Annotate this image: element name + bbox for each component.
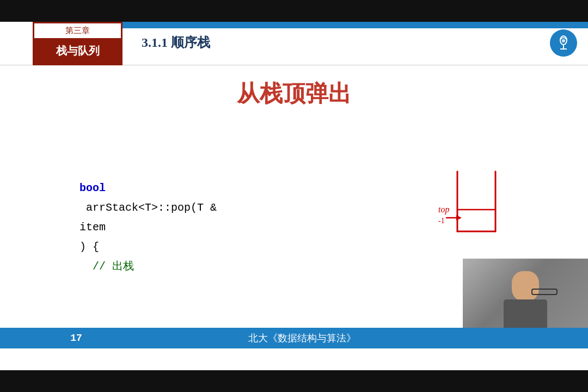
logo-icon [550,29,577,57]
svg-text:top: top [438,205,449,215]
chapter-title: 栈与队列 [34,38,121,64]
status-title: 北大《数据结构与算法》 [152,332,452,345]
svg-point-3 [562,39,565,42]
kw-bool: bool [79,182,106,194]
svg-text:-1: -1 [438,217,445,225]
cmt-pop: // 出栈 [79,260,134,273]
pku-logo-svg [554,34,573,52]
stack-diagram: top -1 [436,150,523,270]
slide-container: 第三章 栈与队列 3.1.1 顺序栈 从栈顶弹出 [0,22,588,370]
person-glasses [531,289,558,295]
section-title: 3.1.1 顺序栈 [142,34,210,51]
header-blue-bar [122,22,588,28]
code-block: bool arrStack<T>::pop(T & item ) { // 出栈… [27,120,223,392]
param-item: item [79,221,106,234]
page-number: 17 [0,333,152,344]
slide-content: 从栈顶弹出 bool arrStack<T>::pop(T & item ) {… [0,65,588,348]
indent-2 [79,358,106,371]
fn-name: arrStack<T>::pop(T & [79,201,223,214]
page-title: 从栈顶弹出 [0,65,588,109]
status-bar: 17 北大《数据结构与算法》 [0,328,588,348]
svg-marker-9 [456,215,462,220]
chapter-label: 第三章 [34,23,121,38]
chapter-box: 第三章 栈与队列 [33,22,122,65]
person-head [512,271,539,301]
slide-header: 第三章 栈与队列 3.1.1 顺序栈 [0,22,588,65]
top-black-bar [0,0,588,22]
bottom-black-bar [0,370,588,392]
logo-area [550,29,577,57]
brace-open: ) { [79,241,112,253]
code-line-1: bool arrStack<T>::pop(T & item ) { // 出栈 [27,159,223,296]
